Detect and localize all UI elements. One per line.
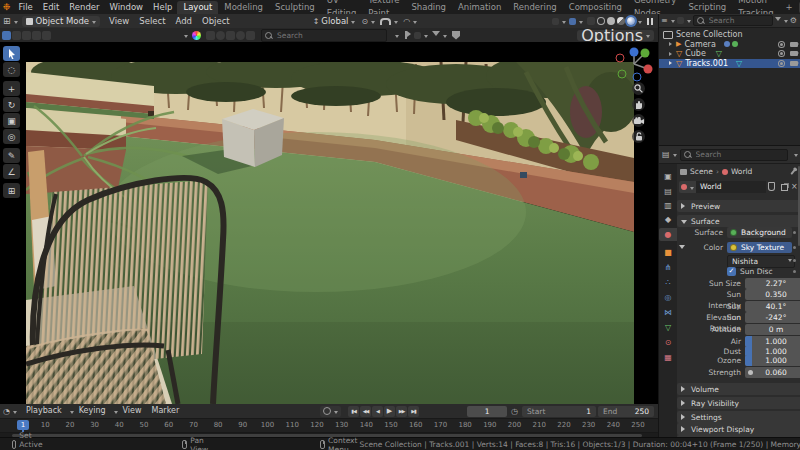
render-properties-tab[interactable]: ▣ (659, 170, 677, 183)
ozone-slider[interactable]: 1.000 (745, 355, 800, 366)
menu-playback[interactable]: Playback (21, 404, 67, 418)
view-layer-properties-tab[interactable]: ▥ (659, 199, 677, 212)
workspace-tab-rendering[interactable]: Rendering (507, 1, 562, 14)
sun-elevation-field[interactable]: 40.1° (745, 301, 800, 312)
next-keyframe-button[interactable]: ▶▶ (396, 406, 407, 417)
cursor-tool[interactable]: ◌ (3, 62, 20, 77)
workspace-tab-modeling[interactable]: Modeling (218, 1, 269, 14)
object-data-properties-tab[interactable]: ▽ (659, 321, 677, 334)
output-properties-tab[interactable]: ▤ (659, 185, 677, 198)
gizmo-x-axis-neg[interactable] (616, 54, 624, 62)
rotate-tool[interactable]: ↻ (3, 97, 20, 112)
outliner-search-input[interactable] (707, 15, 769, 26)
filter-icon-1[interactable] (206, 31, 215, 40)
outliner-search-field[interactable] (693, 15, 773, 26)
menu-help[interactable]: Help (148, 0, 177, 14)
surface-shader-button[interactable]: Background (727, 227, 792, 238)
shading-rendered-button[interactable] (627, 17, 635, 25)
editor-type-button[interactable]: ⊞ (3, 16, 18, 26)
gizmos-dropdown[interactable] (552, 18, 566, 25)
menu-file[interactable]: File (14, 0, 38, 14)
editor-type-button[interactable]: ◔ (3, 407, 17, 416)
gizmo-y-axis-neg[interactable] (618, 70, 626, 78)
annotate-tool[interactable]: ✎ (3, 148, 20, 163)
filter-icon-4[interactable] (236, 31, 245, 40)
world-properties-tab[interactable]: ● (659, 228, 677, 241)
sun-intensity-field[interactable]: 0.350 (745, 289, 800, 300)
outliner-row-cube[interactable]: ▽ Cube ▽ (659, 49, 800, 59)
play-button[interactable]: ▶ (384, 406, 395, 417)
expand-icon[interactable] (669, 61, 674, 65)
strength-field[interactable]: 0.060 (745, 367, 800, 378)
blender-logo-icon[interactable]: ❉ (3, 2, 11, 12)
preview-panel-header[interactable]: Preview (677, 200, 800, 212)
end-frame-field[interactable]: End 250 (598, 406, 654, 417)
timer-icon[interactable]: ◷ (511, 407, 518, 416)
select-mode-invert-button[interactable] (32, 31, 41, 40)
workspace-tab-layout[interactable]: Layout (177, 1, 218, 14)
unlink-world-button[interactable]: × (791, 183, 798, 191)
chevron-down-icon[interactable] (395, 35, 399, 40)
menu-select[interactable]: Select (134, 14, 170, 28)
shading-material-button[interactable] (617, 17, 625, 25)
surface-panel-header[interactable]: Surface (677, 215, 800, 227)
object-properties-tab[interactable]: ■ (659, 246, 677, 259)
gizmo-z-axis-neg[interactable] (633, 73, 641, 81)
lock-icon[interactable] (632, 130, 645, 143)
pause-preview-button[interactable] (646, 18, 654, 25)
select-mode-set-button[interactable] (2, 31, 11, 40)
menu-view[interactable]: View (104, 14, 134, 28)
outliner-filter-menu[interactable] (677, 17, 691, 24)
browse-world-button[interactable] (679, 181, 696, 193)
material-properties-tab[interactable]: ⊙ (659, 336, 677, 349)
select-mode-extend-button[interactable] (12, 31, 21, 40)
play-reverse-button[interactable]: ◀ (372, 406, 383, 417)
workspace-tab-compositing[interactable]: Compositing (563, 1, 628, 14)
scene-properties-tab[interactable]: ◆ (659, 213, 677, 226)
workspace-tab-sculpting[interactable]: Sculpting (269, 1, 321, 14)
sun-size-field[interactable]: 2.27° (745, 278, 800, 289)
hide-viewport-toggle[interactable] (778, 60, 785, 67)
menu-keying[interactable]: Keying (74, 404, 111, 418)
flag-icon[interactable] (405, 31, 407, 39)
gizmo-y-axis[interactable] (641, 49, 650, 58)
select-mode-subtract-button[interactable] (22, 31, 31, 40)
properties-search-input[interactable] (694, 149, 784, 160)
workspace-tab-scripting[interactable]: Scripting (682, 1, 732, 14)
current-frame-field[interactable]: 1 (467, 406, 507, 417)
select-box-tool[interactable] (3, 46, 20, 61)
hide-render-toggle[interactable] (790, 61, 798, 66)
outliner-funnel-dropdown[interactable] (775, 17, 788, 24)
menu-add[interactable]: Add (171, 14, 197, 28)
chevron-down-icon[interactable] (184, 35, 188, 40)
gear-icon[interactable]: ⚙ (790, 16, 797, 25)
chevron-down-icon[interactable] (794, 154, 798, 159)
hide-render-toggle[interactable] (790, 51, 798, 56)
measure-tool[interactable]: ∠ (3, 164, 20, 179)
fake-user-button[interactable] (768, 182, 775, 191)
properties-search-field[interactable] (680, 149, 788, 161)
move-tool[interactable]: + (3, 81, 20, 96)
snap-toggle[interactable] (380, 18, 398, 25)
pin-icon[interactable] (790, 169, 795, 175)
texture-properties-tab[interactable]: ▦ (659, 351, 677, 364)
viewport-3d[interactable]: ◌ + ↻ ▣ ◎ ✎ ∠ ⊞ (0, 42, 658, 404)
timeline-ruler[interactable]: 1 10203040506070809010011012013014015016… (0, 419, 658, 433)
expand-icon[interactable] (669, 42, 674, 46)
filter-icon-2[interactable] (216, 31, 225, 40)
gizmo-x-axis[interactable] (644, 65, 653, 74)
world-name-field[interactable]: World (696, 181, 766, 193)
zoom-icon[interactable] (632, 82, 645, 95)
sun-rotation-field[interactable]: -242° (745, 312, 800, 323)
breadcrumb-scene[interactable]: Scene (690, 167, 713, 176)
outliner-row-tracks[interactable]: ▽ Tracks.001 ▽ (659, 59, 800, 69)
tool-search-field[interactable] (261, 29, 387, 42)
navigation-gizmo[interactable] (610, 44, 656, 84)
shield-overlay-icon[interactable] (452, 31, 460, 40)
xray-toggle[interactable] (587, 17, 595, 25)
shading-solid-button[interactable] (607, 17, 615, 25)
proportional-editing-dropdown[interactable]: ◠ (403, 17, 417, 26)
start-frame-field[interactable]: Start 1 (522, 406, 596, 417)
add-cube-tool[interactable]: ⊞ (3, 183, 20, 198)
snapping-options[interactable] (414, 32, 428, 39)
